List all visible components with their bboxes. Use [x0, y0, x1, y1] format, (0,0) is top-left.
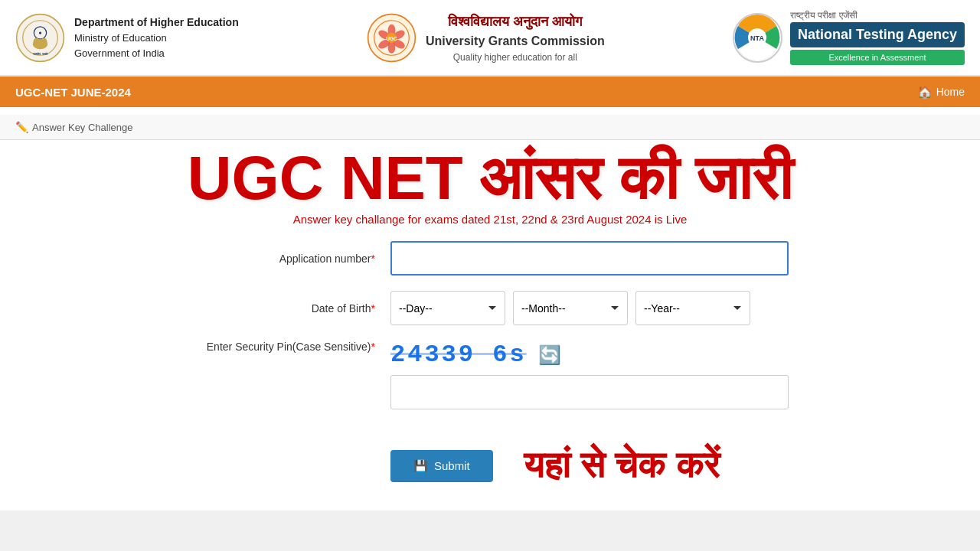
app-number-label: Application number* — [191, 253, 375, 265]
dept-text: Department of Higher Education Ministry … — [74, 15, 239, 60]
dob-label: Date of Birth* — [191, 302, 375, 315]
captcha-image: 24339 6s — [390, 341, 527, 369]
india-emblem-icon: सत्यमेव जयते — [15, 13, 65, 63]
main-heading: UGC NET आंसर की जारी — [15, 148, 965, 209]
ugc-text-block: विश्वविद्यालय अनुदान आयोग University Gra… — [426, 11, 605, 64]
nta-english-box: National Testing Agency — [790, 22, 965, 47]
nta-excellence-label: Excellence in Assessment — [790, 50, 965, 65]
security-content: 24339 6s 🔄 — [390, 341, 789, 409]
ugc-english-title: University Grants Commission — [426, 32, 605, 51]
dept-line2: Ministry of Education — [74, 32, 167, 44]
home-link[interactable]: 🏠 Home — [917, 85, 965, 99]
svg-text:NTA: NTA — [751, 34, 765, 42]
dept-branding: सत्यमेव जयते Department of Higher Educat… — [15, 13, 239, 63]
svg-point-5 — [34, 37, 40, 45]
ugc-hindi-title: विश्वविद्यालय अनुदान आयोग — [426, 11, 605, 32]
page-header: सत्यमेव जयते Department of Higher Educat… — [0, 0, 980, 77]
security-pin-row: Enter Security Pin(Case Sensitive)* 2433… — [191, 341, 789, 409]
ugc-logo-icon: UGC — [367, 13, 416, 63]
nta-branding: NTA राष्ट्रीय परीक्षा एजेंसी National Te… — [733, 10, 965, 65]
ugc-tagline: Quality higher education for all — [426, 51, 605, 64]
page-hero-title: UGC NET आंसर की जारी Answer key challang… — [0, 140, 980, 230]
dept-line3: Government of India — [74, 47, 165, 59]
navigation-bar: UGC-NET JUNE-2024 🏠 Home — [0, 77, 980, 107]
nta-text-block: राष्ट्रीय परीक्षा एजेंसी National Testin… — [790, 10, 965, 65]
nta-english-title: National Testing Agency — [798, 27, 957, 43]
breadcrumb-text: Answer Key Challenge — [32, 122, 133, 133]
home-label: Home — [936, 86, 965, 98]
day-select[interactable]: --Day--123456789101112131415161718192021… — [390, 291, 505, 325]
svg-point-3 — [39, 31, 41, 34]
month-select[interactable]: --Month--JanuaryFebruaryMarchAprilMayJun… — [513, 291, 628, 325]
svg-text:सत्यमेव जयते: सत्यमेव जयते — [32, 52, 47, 56]
svg-text:UGC: UGC — [386, 35, 397, 41]
breadcrumb: ✏️ Answer Key Challenge — [0, 115, 980, 140]
application-number-input[interactable] — [390, 241, 789, 276]
captcha-line: 24339 6s 🔄 — [390, 341, 789, 369]
dob-selects: --Day--123456789101112131415161718192021… — [390, 291, 789, 325]
security-label: Enter Security Pin(Case Sensitive)* — [191, 341, 375, 353]
submit-label: Submit — [434, 459, 470, 472]
home-icon: 🏠 — [917, 85, 933, 99]
main-content: ✏️ Answer Key Challenge UGC NET आंसर की … — [0, 107, 980, 510]
dept-line1: Department of Higher Education — [74, 16, 239, 28]
nta-hindi-title: राष्ट्रीय परीक्षा एजेंसी — [790, 10, 965, 21]
application-number-row: Application number* — [191, 241, 789, 276]
submit-button[interactable]: 💾 Submit — [390, 450, 493, 482]
svg-point-6 — [41, 37, 47, 45]
security-pin-input[interactable] — [390, 375, 789, 409]
refresh-captcha-icon[interactable]: 🔄 — [538, 344, 561, 366]
check-here-text: यहां से चेक करें — [524, 444, 720, 487]
answer-key-notice: Answer key challange for exams dated 21s… — [15, 213, 965, 226]
submit-icon: 💾 — [413, 459, 428, 473]
login-form: Application number* Date of Birth* --Day… — [145, 230, 835, 436]
nav-title: UGC-NET JUNE-2024 — [15, 86, 131, 99]
nta-logo-icon: NTA — [734, 15, 780, 60]
edit-icon: ✏️ — [15, 121, 28, 133]
submit-row: 💾 Submit यहां से चेक करें — [145, 436, 835, 495]
dob-row: Date of Birth* --Day--123456789101112131… — [191, 291, 789, 325]
nta-logo-circle: NTA — [733, 13, 782, 63]
ugc-branding: UGC विश्वविद्यालय अनुदान आयोग University… — [367, 11, 605, 64]
year-select[interactable]: --Year--19901991199219931994199519961997… — [635, 291, 750, 325]
